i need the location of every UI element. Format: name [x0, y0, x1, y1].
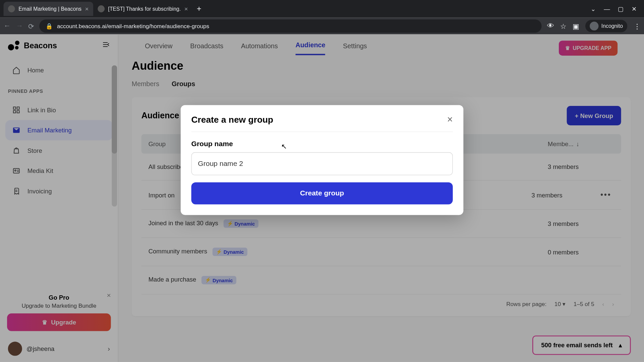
favicon-beacons-icon	[8, 5, 15, 12]
close-icon[interactable]: ×	[184, 5, 188, 12]
browser-tab-1[interactable]: Email Marketing | Beacons ×	[4, 2, 93, 16]
create-group-button[interactable]: Create group	[191, 182, 453, 204]
field-label: Group name	[191, 140, 453, 148]
browser-tab-strip[interactable]: Email Marketing | Beacons × [TEST] Thank…	[0, 0, 644, 18]
eye-off-icon[interactable]: 👁	[547, 22, 554, 30]
incognito-icon	[590, 22, 599, 31]
close-icon[interactable]: ×	[447, 114, 453, 125]
modal-title: Create a new group	[191, 115, 273, 125]
create-group-modal: Create a new group × Group name Create g…	[181, 105, 464, 215]
new-tab-button[interactable]: +	[192, 4, 206, 14]
chevron-down-icon[interactable]: ⌄	[591, 5, 596, 12]
url-text: account.beacons.ai/email-marketing/home/…	[57, 23, 209, 29]
incognito-badge[interactable]: Incognito	[585, 20, 627, 32]
kebab-menu-icon[interactable]: ⋮	[634, 22, 641, 30]
tab-title: Email Marketing | Beacons	[18, 6, 82, 12]
reload-icon[interactable]: ⟳	[28, 22, 34, 30]
close-window-icon[interactable]: ✕	[632, 5, 637, 12]
extension-icon[interactable]: ▣	[573, 22, 579, 30]
tab-title: [TEST] Thanks for subscribing.	[108, 6, 181, 12]
star-icon[interactable]: ☆	[560, 22, 566, 30]
close-icon[interactable]: ×	[85, 5, 89, 12]
lock-icon: 🔒	[46, 23, 53, 29]
forward-icon[interactable]: →	[16, 22, 23, 30]
address-bar: ← → ⟳ 🔒 account.beacons.ai/email-marketi…	[0, 18, 644, 35]
browser-tab-2[interactable]: [TEST] Thanks for subscribing. ×	[93, 2, 192, 16]
modal-overlay[interactable]: Create a new group × Group name Create g…	[0, 35, 644, 362]
url-input[interactable]: 🔒 account.beacons.ai/email-marketing/hom…	[39, 19, 542, 33]
back-icon[interactable]: ←	[4, 22, 11, 30]
minimize-icon[interactable]: ―	[604, 5, 610, 12]
group-name-input[interactable]	[191, 152, 453, 175]
maximize-icon[interactable]: ▢	[618, 5, 624, 12]
favicon-globe-icon	[98, 5, 105, 12]
